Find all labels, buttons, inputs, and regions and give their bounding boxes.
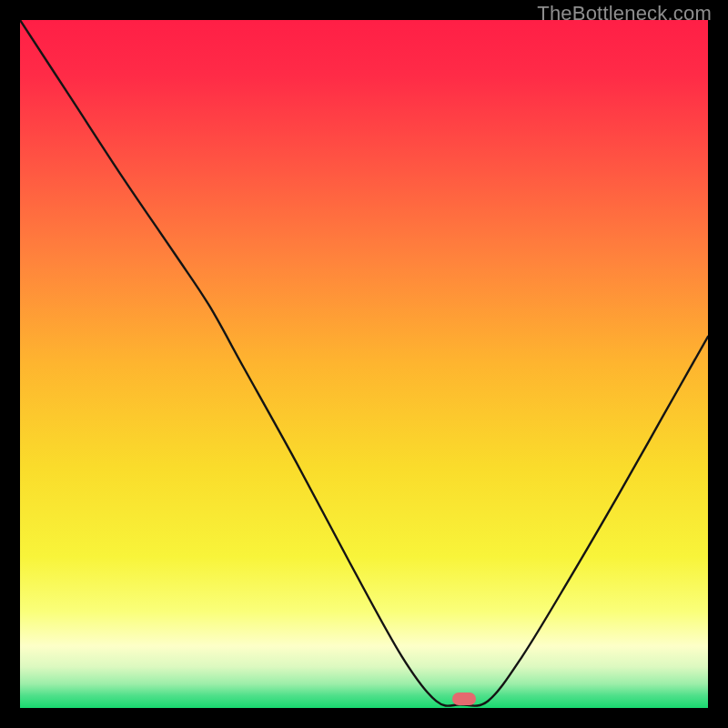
bottleneck-curve <box>20 20 708 708</box>
watermark-text: TheBottleneck.com <box>537 2 712 25</box>
plot-area <box>20 20 708 708</box>
minimum-marker <box>452 693 476 705</box>
chart-container: TheBottleneck.com <box>0 0 728 728</box>
